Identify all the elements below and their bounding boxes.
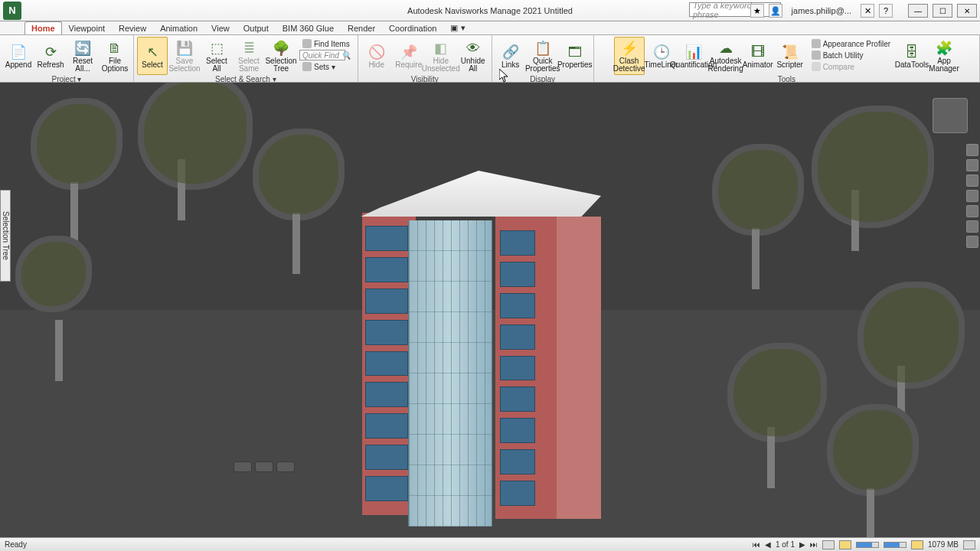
view-cube[interactable] — [933, 98, 968, 133]
windows-right — [500, 230, 535, 506]
ribbon-tabs: Home Viewpoint Review Animation View Out… — [0, 21, 980, 35]
group-tools: ⚡Clash Detective 🕒TimeLiner 📊Quantificat… — [594, 35, 980, 82]
close-button[interactable]: ✕ — [957, 4, 977, 18]
app-icon[interactable]: N — [3, 2, 21, 20]
tab-render[interactable]: Render — [341, 21, 382, 34]
building-glass-tower — [408, 220, 492, 527]
clash-icon: ⚡ — [619, 39, 639, 57]
autodesk-rendering-button[interactable]: ☁Autodesk Rendering — [710, 37, 741, 75]
properties-button[interactable]: 🗔Properties — [560, 37, 590, 75]
walk-icon[interactable] — [966, 220, 978, 233]
compare-button[interactable]: Compare — [808, 61, 893, 72]
find-items-button[interactable]: Find Items — [299, 38, 353, 49]
select-same-button[interactable]: ≣Select Same — [234, 37, 264, 75]
select-nav-icon[interactable] — [966, 236, 978, 248]
tab-animation[interactable]: Animation — [153, 21, 204, 34]
building-model[interactable] — [356, 171, 601, 515]
status-text: Ready — [5, 540, 27, 549]
gpu-icon[interactable] — [963, 540, 975, 549]
quantification-icon: 📊 — [684, 43, 704, 61]
pencil-icon[interactable] — [839, 540, 851, 549]
nav-last-icon[interactable]: ⏭ — [810, 540, 818, 549]
app-manager-button[interactable]: 🧩App Manager — [929, 37, 959, 75]
signin-icon[interactable]: 👤 — [769, 4, 782, 18]
select-button[interactable]: ↖Select — [137, 37, 168, 75]
ribbon: 📄Append ⟳Refresh 🔄Reset All... 🗎File Opt… — [0, 35, 980, 83]
page-indicator: 1 of 1 — [776, 540, 795, 549]
exchange-icon[interactable]: ✕ — [861, 4, 874, 18]
reset-all-button[interactable]: 🔄Reset All... — [67, 37, 98, 75]
windows-left — [365, 226, 408, 501]
select-all-button[interactable]: ⬚Select All — [201, 37, 232, 75]
unhide-all-button[interactable]: 👁Unhide All — [458, 37, 488, 75]
file-options-icon: 🗎 — [105, 39, 125, 57]
timeliner-button[interactable]: 🕒TimeLiner — [646, 37, 677, 75]
hide-unselected-button[interactable]: ◧Hide Unselected — [426, 37, 456, 75]
appearance-icon — [812, 39, 821, 48]
quick-properties-button[interactable]: 📋Quick Properties — [528, 37, 558, 75]
datatools-button[interactable]: 🗄DataTools — [897, 37, 927, 75]
clash-detective-button[interactable]: ⚡Clash Detective — [614, 37, 645, 75]
progress-mem — [884, 542, 906, 548]
tab-review[interactable]: Review — [112, 21, 153, 34]
look-icon[interactable] — [966, 205, 978, 217]
nav-prev-icon[interactable]: ◀ — [765, 540, 771, 549]
refresh-icon: ⟳ — [41, 43, 60, 61]
timeliner-icon: 🕒 — [652, 43, 671, 61]
zoom-icon[interactable] — [966, 174, 978, 187]
tree-icon: 🌳 — [271, 39, 291, 57]
memory-usage: 1079 MB — [928, 540, 959, 549]
infocenter-icon[interactable]: ★ — [750, 4, 764, 18]
unhide-icon: 👁 — [463, 39, 483, 57]
tab-view[interactable]: View — [204, 21, 237, 34]
group-project: 📄Append ⟳Refresh 🔄Reset All... 🗎File Opt… — [0, 35, 134, 82]
batch-icon — [812, 51, 821, 60]
minimize-button[interactable]: — — [908, 4, 928, 18]
quick-find-input[interactable]: Quick Find 🔍 — [299, 50, 345, 60]
append-button[interactable]: 📄Append — [3, 37, 34, 75]
nav-next-icon[interactable]: ▶ — [799, 540, 805, 549]
file-options-button[interactable]: 🗎File Options — [100, 37, 130, 75]
tab-addins-toggle[interactable]: ▣ ▾ — [443, 21, 472, 34]
group-visibility: 🚫Hide 📌Require ◧Hide Unselected 👁Unhide … — [358, 35, 492, 82]
selection-tree-sidetab[interactable]: Selection Tree — [0, 190, 11, 282]
tab-home[interactable]: Home — [24, 21, 62, 34]
require-icon: 📌 — [399, 43, 419, 61]
scripter-icon: 📜 — [780, 43, 800, 61]
tab-bim360glue[interactable]: BIM 360 Glue — [276, 21, 341, 34]
selection-tree-button[interactable]: 🌳Selection Tree — [266, 37, 296, 75]
title: Autodesk Navisworks Manage 2021 Untitled — [407, 6, 573, 15]
hide-button[interactable]: 🚫Hide — [361, 37, 392, 75]
scripter-button[interactable]: 📜Scripter — [775, 37, 805, 75]
help-icon[interactable]: ? — [879, 4, 893, 18]
steering-wheel-icon[interactable] — [966, 144, 978, 156]
refresh-button[interactable]: ⟳Refresh — [35, 37, 66, 75]
building-roof — [356, 171, 601, 217]
tab-viewpoint[interactable]: Viewpoint — [62, 21, 113, 34]
appearance-profiler-button[interactable]: Appearance Profiler — [808, 38, 893, 49]
titlebar: N Autodesk Navisworks Manage 2021 Untitl… — [0, 0, 980, 21]
app-manager-icon: 🧩 — [934, 39, 954, 57]
orbit-icon[interactable] — [966, 190, 978, 202]
3d-viewport[interactable]: Selection Tree — [0, 83, 980, 537]
tab-coordination[interactable]: Coordination — [382, 21, 443, 34]
sheet-browser-icon[interactable] — [822, 540, 835, 549]
tab-output[interactable]: Output — [237, 21, 276, 34]
links-icon: 🔗 — [501, 43, 521, 61]
nav-first-icon[interactable]: ⏮ — [753, 540, 760, 549]
batch-utility-button[interactable]: Batch Utility — [808, 50, 893, 60]
quantification-button[interactable]: 📊Quantification — [678, 37, 709, 75]
pan-icon[interactable] — [966, 159, 978, 171]
require-button[interactable]: 📌Require — [394, 37, 424, 75]
save-status-icon[interactable] — [911, 540, 923, 549]
maximize-button[interactable]: ☐ — [933, 4, 952, 18]
find-icon — [302, 39, 312, 48]
select-all-icon: ⬚ — [207, 39, 227, 57]
user-label[interactable]: james.philip@... — [787, 6, 856, 15]
datatools-icon: 🗄 — [902, 43, 922, 61]
sets-button[interactable]: Sets ▾ — [299, 61, 353, 72]
save-selection-button[interactable]: 💾Save Selection — [169, 37, 200, 75]
links-button[interactable]: 🔗Links — [495, 37, 526, 75]
animator-button[interactable]: 🎞Animator — [743, 37, 773, 75]
navigation-bar — [966, 144, 978, 248]
